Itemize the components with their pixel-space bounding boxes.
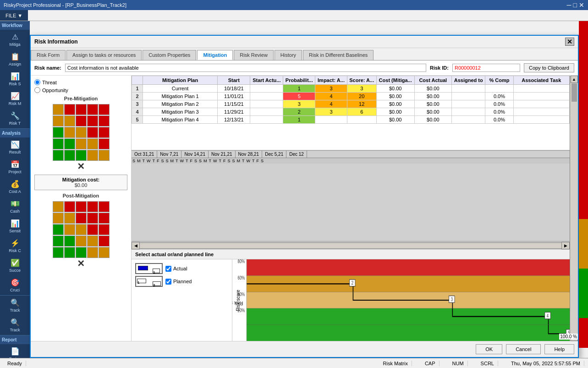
table-row[interactable]: 5 Mitigation Plan 4 12/13/21 1 $0.00 $0.… <box>132 116 570 124</box>
tab-risk-form[interactable]: Risk Form <box>31 50 66 60</box>
threat-radio[interactable] <box>34 79 40 85</box>
scroll-track-v[interactable] <box>571 83 577 334</box>
tab-risk-baselines[interactable]: Risk in Different Baselines <box>303 50 374 60</box>
scroll-up-btn[interactable]: ▲ <box>571 76 578 83</box>
opportunity-radio-label[interactable]: Opportunity <box>34 87 127 93</box>
sidebar-item-costa[interactable]: 💰 Cost A <box>0 177 30 197</box>
copy-to-clipboard-btn[interactable]: Copy to Clipboard <box>524 63 574 72</box>
sidebar-item-cash[interactable]: 💵 Cash <box>0 197 30 216</box>
planned-checkbox-label[interactable]: Planned <box>165 279 192 285</box>
tab-history[interactable]: History <box>275 50 302 60</box>
planned-bar2: 2 <box>153 281 161 286</box>
riskt-icon: 🔧 <box>11 111 20 120</box>
dialog-close-btn[interactable]: ✕ <box>565 38 574 46</box>
left-panel: Threat Opportunity Pre-Mitigation <box>31 76 132 341</box>
sidebar-item-mitiga[interactable]: ⚠ Mitiga <box>0 30 30 49</box>
sidebar-item-cruci[interactable]: 🎯 Cruci <box>0 275 30 295</box>
project-icon: 📅 <box>11 160 20 169</box>
vertical-scrollbar[interactable]: ▲ ▼ <box>570 76 578 341</box>
actual-checkbox-label[interactable]: Actual <box>165 266 187 272</box>
post-mitigation-label: Post-Mitigation <box>34 193 127 198</box>
post-cell-0-0 <box>53 201 64 212</box>
planned-checkbox[interactable] <box>165 279 171 285</box>
sidebar: Workflow ⚠ Mitiga 📋 Assign 📊 Risk S 📈 Ri… <box>0 21 30 358</box>
menu-item-1[interactable] <box>28 15 37 16</box>
table-row[interactable]: 1 Current 10/18/21 1 3 3 $0.00 $0.00 <box>132 85 570 93</box>
risk-score-vertical-label: Risk score <box>236 290 241 311</box>
ok-btn[interactable]: OK <box>476 344 502 354</box>
sidebar-item-riskm[interactable]: 📈 Risk M <box>0 89 30 109</box>
sidebar-item-result[interactable]: 📉 Result <box>0 137 30 157</box>
opportunity-radio[interactable] <box>34 87 40 93</box>
chart-zone-red <box>247 259 570 276</box>
sidebar-item-assign[interactable]: 📋 Assign <box>0 49 30 69</box>
track2-icon: 🔍 <box>11 318 20 327</box>
post-cell-1-1 <box>64 213 75 224</box>
table-row[interactable]: 4 Mitigation Plan 3 11/29/21 2 3 6 $0.00… <box>132 108 570 116</box>
timeline-week: Nov 14,21 <box>181 151 209 158</box>
sidebar-item-riskt[interactable]: 🔧 Risk T <box>0 109 30 128</box>
point-2-label: 2 <box>352 280 353 286</box>
risk-name-label: Risk name: <box>34 65 61 71</box>
table-row[interactable]: 3 Mitigation Plan 2 11/15/21 3 4 12 $0.0… <box>132 100 570 108</box>
minimize-btn[interactable]: ─ <box>567 1 572 9</box>
scroll-left-btn[interactable]: ◀ <box>132 242 140 249</box>
actual-checkbox[interactable] <box>165 266 171 272</box>
sidebar-track2[interactable]: 🔍 Track <box>0 315 30 335</box>
pre-cell-1-0 <box>53 115 64 126</box>
cell-pct-comp: 0.0% <box>485 116 513 124</box>
cell-start: 12/13/21 <box>218 116 250 124</box>
mitigation-table-container[interactable]: Mitigation Plan Start Start Actu... Prob… <box>132 76 570 150</box>
timeline-week: Dec 5,21 <box>262 151 286 158</box>
col-plan: Mitigation Plan <box>143 76 218 85</box>
tab-risk-review[interactable]: Risk Review <box>234 50 274 60</box>
sidebar-item-projec[interactable]: 📄 Projec <box>0 344 30 358</box>
right-bar-orange <box>579 219 588 269</box>
threat-radio-label[interactable]: Threat <box>34 79 127 85</box>
mitigation-cost-label: Mitigation cost: <box>37 177 125 182</box>
post-cell-4-0 <box>53 247 64 258</box>
restore-btn[interactable]: □ <box>573 1 577 9</box>
table-row[interactable]: 2 Mitigation Plan 1 11/01/21 5 4 20 $0.0… <box>132 93 570 100</box>
cancel-btn[interactable]: Cancel <box>506 344 541 354</box>
post-cell-3-0 <box>53 236 64 247</box>
status-ready: Ready <box>4 361 26 366</box>
risk-name-input[interactable] <box>65 64 426 72</box>
sidebar-track1[interactable]: 🔍 Track <box>0 296 30 315</box>
scroll-thumb-v[interactable] <box>572 83 577 102</box>
actual-icon: 1 <box>135 263 163 274</box>
mitigation-table-body: 1 Current 10/18/21 1 3 3 $0.00 $0.00 2 M… <box>132 85 570 124</box>
tab-mitigation[interactable]: Mitigation <box>197 50 233 60</box>
cell-num: 2 <box>132 93 143 100</box>
app-close-btn[interactable]: ✕ <box>579 1 584 9</box>
post-cell-3-2 <box>76 236 87 247</box>
sidebar-item-sensit[interactable]: 📊 Sensit <box>0 216 30 236</box>
timeline-week: Oct 31,21 <box>132 151 157 158</box>
cell-pct-comp <box>485 85 513 93</box>
sidebar-item-risks[interactable]: 📊 Risk S <box>0 69 30 89</box>
scroll-right-btn[interactable]: ▶ <box>561 242 570 249</box>
cell-impact: 3 <box>315 108 347 116</box>
sidebar-item-riskc[interactable]: ⚡ Risk C <box>0 236 30 256</box>
table-header-row: Mitigation Plan Start Start Actu... Prob… <box>132 76 570 85</box>
sidebar-item-succe[interactable]: ✅ Succe <box>0 256 30 275</box>
help-btn[interactable]: Help <box>544 344 574 354</box>
horizontal-scroll[interactable]: ◀ ▶ <box>132 241 570 249</box>
sidebar-item-project[interactable]: 📅 Project <box>0 157 30 177</box>
pre-cell-1-3 <box>87 115 98 126</box>
pct-label: 100.0 % <box>559 334 578 340</box>
post-cell-4-2 <box>76 247 87 258</box>
status-cap: CAP <box>421 361 440 366</box>
tab-assign[interactable]: Assign to tasks or resources <box>66 50 142 60</box>
status-datetime: Thu, May 05, 2022 5:57:55 PM <box>507 361 584 366</box>
risk-id-input[interactable] <box>452 64 520 72</box>
post-cell-4-3 <box>87 247 98 258</box>
file-menu[interactable]: FILE ▼ <box>0 10 28 21</box>
col-prob: Probabilit... <box>283 76 315 85</box>
tab-custom-props[interactable]: Custom Properties <box>143 50 196 60</box>
cell-prob: 2 <box>283 108 315 116</box>
pre-cell-0-4 <box>99 104 110 115</box>
cell-assoc-task <box>513 100 569 108</box>
scroll-track[interactable] <box>140 242 561 249</box>
pre-cell-4-1 <box>64 150 75 161</box>
